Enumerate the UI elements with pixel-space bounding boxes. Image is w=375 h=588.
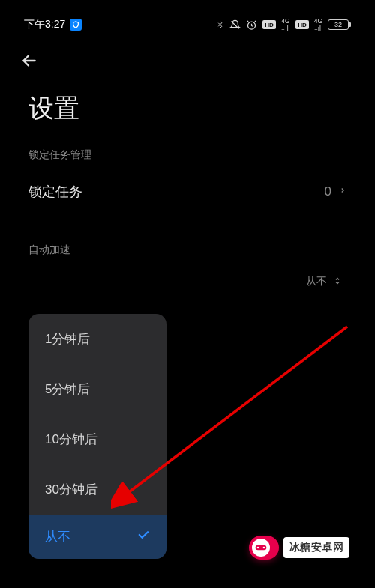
row-lock-label: 锁定任务 — [28, 183, 82, 201]
battery-text: 32 — [328, 19, 349, 30]
hd-icon-2: HD — [296, 20, 309, 29]
section-label-lock: 锁定任务管理 — [6, 139, 369, 169]
status-bar: 下午3:27 HD 4G₊ıl HD 4G₊ıl 32 — [6, 6, 369, 36]
status-time: 下午3:27 — [24, 18, 65, 31]
row-lock-value-wrap: 0 — [325, 184, 346, 200]
signal-2: 4G₊ıl — [314, 18, 322, 31]
back-row — [6, 36, 369, 73]
svg-point-8 — [256, 547, 259, 549]
dropdown-item-1min[interactable]: 1分钟后 — [28, 314, 166, 364]
dnd-icon — [230, 19, 241, 31]
hd-icon-1: HD — [262, 20, 276, 29]
svg-text:HD: HD — [298, 22, 307, 28]
svg-text:HD: HD — [266, 22, 274, 28]
signal-1: 4G₊ıl — [281, 18, 290, 31]
selector-current: 从不 — [306, 275, 327, 289]
watermark-badge — [249, 536, 279, 560]
dropdown-item-never-label: 从不 — [45, 528, 70, 545]
row-lock-value: 0 — [325, 184, 332, 199]
section-label-boost: 自动加速 — [6, 234, 369, 264]
battery-icon: 32 — [328, 19, 351, 30]
dropdown-item-5min[interactable]: 5分钟后 — [28, 364, 166, 414]
selector-row[interactable]: 从不 — [6, 264, 369, 300]
chevron-right-icon — [339, 184, 346, 200]
watermark-text: 冰糖安卓网 — [284, 537, 350, 558]
watermark: 冰糖安卓网 — [249, 536, 350, 560]
dropdown-item-never[interactable]: 从不 — [28, 515, 166, 559]
row-lock-tasks[interactable]: 锁定任务 0 — [6, 169, 369, 214]
status-right: HD 4G₊ıl HD 4G₊ıl 32 — [216, 18, 351, 31]
status-left: 下午3:27 — [24, 18, 82, 31]
bluetooth-icon — [216, 19, 224, 30]
dropdown: 1分钟后 5分钟后 10分钟后 30分钟后 从不 — [28, 314, 166, 559]
dropdown-item-30min[interactable]: 30分钟后 — [28, 464, 166, 515]
svg-point-9 — [262, 547, 265, 549]
gamepad-icon — [252, 539, 270, 557]
screen: 下午3:27 HD 4G₊ıl HD 4G₊ıl 32 — [6, 6, 369, 582]
divider — [28, 222, 346, 222]
dropdown-item-10min[interactable]: 10分钟后 — [28, 414, 166, 464]
back-button[interactable] — [20, 60, 39, 73]
alarm-icon — [246, 19, 257, 31]
page-title: 设置 — [6, 73, 369, 139]
shield-icon — [70, 19, 82, 31]
check-icon — [136, 528, 150, 545]
chevron-updown-icon — [333, 275, 342, 289]
